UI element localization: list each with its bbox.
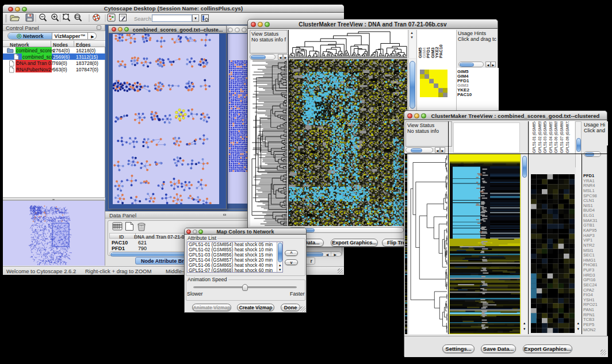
svg-text:GPL51-03 (GSM856): GPL51-03 (GSM856): [543, 121, 548, 153]
svg-text:GPL51-01 (GSM854): GPL51-01 (GSM854): [532, 121, 537, 153]
svg-text:GPL51-07 (GSM868): GPL51-07 (GSM868): [560, 121, 564, 153]
svg-text:PAC10: PAC10: [438, 44, 443, 58]
svg-text:GPL51-04 (GSM857): GPL51-04 (GSM857): [549, 121, 553, 153]
svg-text:GPL51-02 (GSM855): GPL51-02 (GSM855): [538, 121, 542, 153]
svg-text:GPL51-08 (GSM872): GPL51-08 (GSM872): [565, 121, 570, 153]
svg-text:GPL51-06 (GSM865): GPL51-06 (GSM865): [554, 121, 559, 153]
